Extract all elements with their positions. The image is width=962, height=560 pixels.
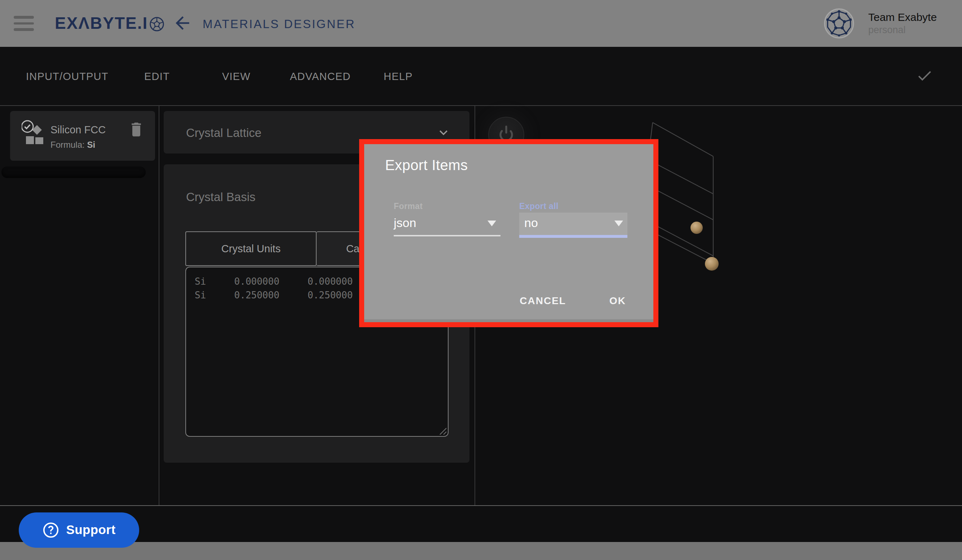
material-formula: Formula: Si bbox=[50, 140, 95, 150]
crystal-basis-title: Crystal Basis bbox=[186, 190, 256, 204]
team-avatar bbox=[823, 8, 855, 39]
export-all-label: Export all bbox=[519, 202, 627, 211]
menu-bar: INPUT/OUTPUT EDIT VIEW ADVANCED HELP bbox=[0, 47, 962, 105]
saved-check-icon bbox=[916, 67, 933, 84]
hamburger-icon bbox=[14, 16, 34, 19]
atom-sphere[interactable] bbox=[691, 222, 703, 234]
menu-help[interactable]: HELP bbox=[384, 47, 413, 105]
dialog-actions: CANCEL OK bbox=[514, 290, 632, 311]
sidebar-scroll-pill[interactable] bbox=[2, 166, 146, 178]
sidebar-divider bbox=[159, 106, 159, 505]
format-underline bbox=[394, 235, 500, 236]
support-button[interactable]: Support bbox=[19, 512, 139, 548]
support-label: Support bbox=[66, 523, 116, 537]
chevron-down-icon bbox=[436, 125, 452, 140]
materials-designer-app: EXΛBYTE.I MATERIALS DESIGNER bbox=[0, 0, 962, 560]
collapse-lattice-button[interactable] bbox=[436, 125, 452, 140]
menu-view[interactable]: VIEW bbox=[222, 47, 250, 105]
export-items-dialog: Export Items Format json Export all no C… bbox=[359, 139, 659, 327]
export-all-value: no bbox=[524, 216, 538, 231]
account-widget[interactable]: Team Exabyte personal bbox=[823, 0, 944, 47]
material-title: Silicon FCC bbox=[50, 124, 106, 135]
delete-material-button[interactable] bbox=[128, 120, 145, 140]
material-list-item[interactable]: Silicon FCC Formula: Si bbox=[10, 111, 155, 161]
crystal-lattice-title: Crystal Lattice bbox=[186, 126, 261, 140]
format-select[interactable]: json bbox=[394, 212, 500, 235]
tab-crystal-units[interactable]: Crystal Units bbox=[185, 231, 316, 266]
atom-sphere[interactable] bbox=[705, 257, 718, 270]
page-title: MATERIALS DESIGNER bbox=[203, 17, 355, 31]
back-arrow-button[interactable] bbox=[172, 13, 193, 35]
help-question-icon bbox=[42, 522, 59, 538]
logo-soccer-ball-icon bbox=[149, 16, 165, 32]
format-field: Format json bbox=[394, 202, 500, 236]
menu-divider bbox=[0, 105, 962, 106]
dropdown-arrow-icon bbox=[614, 220, 623, 226]
exabyte-logo[interactable]: EXΛBYTE.I bbox=[55, 0, 165, 47]
menu-edit[interactable]: EDIT bbox=[144, 47, 170, 105]
menu-advanced[interactable]: ADVANCED bbox=[290, 47, 351, 105]
material-formula-value: Si bbox=[87, 140, 95, 150]
cancel-button[interactable]: CANCEL bbox=[514, 290, 572, 311]
team-name: Team Exabyte bbox=[868, 10, 944, 24]
export-all-select[interactable]: no bbox=[519, 212, 627, 235]
format-value: json bbox=[394, 216, 416, 231]
material-set-check-icon bbox=[22, 119, 45, 148]
menu-input-output[interactable]: INPUT/OUTPUT bbox=[26, 47, 108, 105]
bottom-scrollbar-track[interactable] bbox=[0, 542, 962, 560]
dropdown-arrow-icon bbox=[487, 220, 496, 226]
app-header: EXΛBYTE.I MATERIALS DESIGNER bbox=[0, 0, 962, 47]
ok-button[interactable]: OK bbox=[604, 290, 632, 311]
format-label: Format bbox=[394, 202, 500, 211]
arrow-back-icon bbox=[172, 13, 192, 33]
textarea-resize-handle[interactable] bbox=[439, 426, 447, 435]
dialog-title: Export Items bbox=[385, 157, 468, 174]
trash-icon bbox=[128, 120, 144, 138]
footer-divider bbox=[0, 505, 962, 506]
export-all-field: Export all no bbox=[519, 202, 627, 238]
logo-text: EXΛBYTE.I bbox=[55, 14, 148, 33]
team-plan: personal bbox=[868, 24, 944, 37]
export-all-underline bbox=[519, 235, 627, 238]
hamburger-menu-button[interactable] bbox=[14, 16, 34, 31]
